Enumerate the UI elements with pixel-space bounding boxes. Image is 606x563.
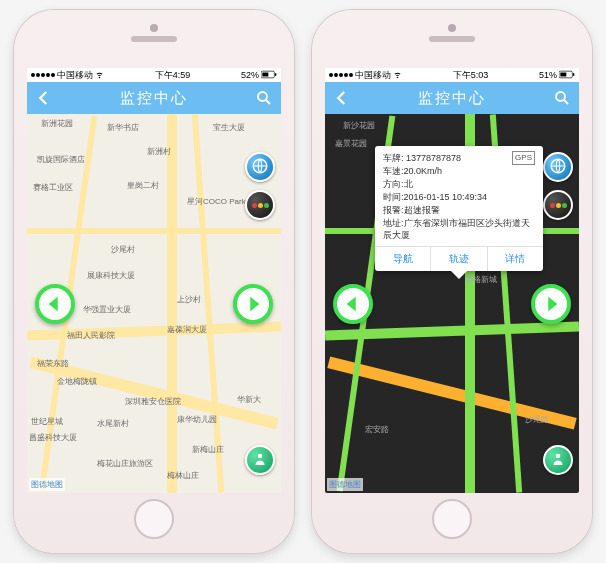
address-label: 地址: bbox=[383, 218, 404, 228]
poi-label: 嘉葆润大厦 bbox=[167, 324, 207, 335]
poi-label: 深圳雅安仓医院 bbox=[125, 396, 181, 407]
battery-percent-label: 51% bbox=[539, 70, 557, 80]
poi-label: 华新大 bbox=[237, 394, 261, 405]
gps-badge: GPS bbox=[512, 151, 535, 165]
svg-point-3 bbox=[258, 92, 267, 101]
speed-label: 车速: bbox=[383, 166, 404, 176]
phone-right-frame: 中国移动 下午5:03 51% 监控中心 新 bbox=[312, 10, 592, 553]
poi-label: 世纪星城 bbox=[31, 416, 63, 427]
traffic-light-button[interactable] bbox=[543, 190, 573, 220]
nav-action-button[interactable]: 导航 bbox=[375, 247, 430, 271]
status-bar: 中国移动 下午5:03 51% bbox=[325, 68, 579, 82]
next-vehicle-button[interactable] bbox=[233, 284, 273, 324]
status-bar: 中国移动 下午4:59 52% bbox=[27, 68, 281, 82]
globe-icon bbox=[251, 157, 269, 178]
nav-bar: 监控中心 bbox=[325, 82, 579, 114]
page-title: 监控中心 bbox=[418, 89, 486, 108]
svg-point-11 bbox=[556, 453, 561, 458]
poi-label: 福荣东路 bbox=[37, 358, 69, 369]
globe-icon bbox=[549, 157, 567, 178]
traffic-light-icon bbox=[550, 203, 567, 208]
poi-label: 皇岗二村 bbox=[127, 180, 159, 191]
svg-point-5 bbox=[258, 453, 263, 458]
traffic-light-button[interactable] bbox=[245, 190, 275, 220]
map-canvas[interactable]: 新沙花园 嘉景花园 赛格新城 宏安路 沙尾路 车牌: 13778787878 G… bbox=[325, 114, 579, 493]
poi-label: 沙尾村 bbox=[111, 244, 135, 255]
search-button[interactable] bbox=[253, 87, 275, 109]
clock-label: 下午4:59 bbox=[104, 69, 241, 82]
poi-label: 福田人民影院 bbox=[67, 330, 115, 341]
poi-label: 康华幼儿园 bbox=[177, 414, 217, 425]
clock-label: 下午5:03 bbox=[402, 69, 539, 82]
back-button[interactable] bbox=[331, 87, 353, 109]
map-type-button[interactable] bbox=[543, 152, 573, 182]
locate-me-button[interactable] bbox=[543, 445, 573, 475]
home-button[interactable] bbox=[134, 499, 174, 539]
poi-label: 赛格新城 bbox=[465, 274, 497, 285]
map-type-button[interactable] bbox=[245, 152, 275, 182]
poi-label: 梅花山庄旅游区 bbox=[97, 458, 153, 469]
map-attribution: 图德地图 bbox=[29, 478, 65, 491]
time-value: 2016-01-15 10:49:34 bbox=[404, 192, 488, 202]
poi-label: 嘉景花园 bbox=[335, 138, 367, 149]
speed-value: 20.0Km/h bbox=[404, 166, 443, 176]
poi-label: 新洲花园 bbox=[41, 118, 73, 129]
poi-label: 华强置业大厦 bbox=[83, 304, 131, 315]
wifi-icon bbox=[95, 70, 104, 81]
nav-bar: 监控中心 bbox=[27, 82, 281, 114]
back-button[interactable] bbox=[33, 87, 55, 109]
poi-label: 展康科技大厦 bbox=[87, 270, 135, 281]
person-location-icon bbox=[251, 450, 269, 471]
track-action-button[interactable]: 轨迹 bbox=[430, 247, 486, 271]
plate-value: 13778787878 bbox=[406, 153, 461, 163]
next-vehicle-button[interactable] bbox=[531, 284, 571, 324]
svg-rect-2 bbox=[275, 73, 276, 76]
prev-vehicle-button[interactable] bbox=[333, 284, 373, 324]
screen-left: 中国移动 下午4:59 52% 监控中心 新 bbox=[27, 68, 281, 493]
poi-label: 沙尾路 bbox=[525, 414, 549, 425]
svg-point-9 bbox=[556, 92, 565, 101]
svg-rect-1 bbox=[262, 72, 268, 76]
poi-label: 新沙花园 bbox=[343, 120, 375, 131]
poi-label: 上沙村 bbox=[177, 294, 201, 305]
alarm-label: 报警: bbox=[383, 205, 404, 215]
phone-left-frame: 中国移动 下午4:59 52% 监控中心 新 bbox=[14, 10, 294, 553]
svg-rect-7 bbox=[560, 72, 566, 76]
locate-me-button[interactable] bbox=[245, 445, 275, 475]
battery-icon bbox=[559, 70, 575, 81]
poi-label: 宏安路 bbox=[365, 424, 389, 435]
screen-right: 中国移动 下午5:03 51% 监控中心 新 bbox=[325, 68, 579, 493]
poi-label: 星河COCO Park bbox=[187, 196, 246, 207]
poi-label: 金地梅陇镇 bbox=[57, 376, 97, 387]
signal-dots-icon bbox=[31, 73, 55, 77]
poi-label: 新华书店 bbox=[107, 122, 139, 133]
poi-label: 梅林山庄 bbox=[167, 470, 199, 481]
poi-label: 新洲村 bbox=[147, 146, 171, 157]
carrier-label: 中国移动 bbox=[355, 69, 391, 82]
time-label: 时间: bbox=[383, 192, 404, 202]
direction-value: 北 bbox=[404, 179, 413, 189]
page-title: 监控中心 bbox=[120, 89, 188, 108]
map-attribution: 图德地图 bbox=[327, 478, 363, 491]
poi-label: 水尾新村 bbox=[97, 418, 129, 429]
direction-label: 方向: bbox=[383, 179, 404, 189]
poi-label: 凯旋国际酒店 bbox=[37, 154, 85, 165]
search-button[interactable] bbox=[551, 87, 573, 109]
poi-label: 赛格工业区 bbox=[33, 182, 73, 193]
person-location-icon bbox=[549, 450, 567, 471]
map-canvas[interactable]: 新洲花园 新华书店 宝生大厦 凯旋国际酒店 新洲村 赛格工业区 皇岗二村 星河C… bbox=[27, 114, 281, 493]
detail-action-button[interactable]: 详情 bbox=[487, 247, 543, 271]
vehicle-info-callout: 车牌: 13778787878 GPS 车速:20.0Km/h 方向:北 时间:… bbox=[375, 146, 543, 271]
prev-vehicle-button[interactable] bbox=[35, 284, 75, 324]
plate-label: 车牌: bbox=[383, 153, 404, 163]
alarm-value: 超速报警 bbox=[404, 205, 440, 215]
home-button[interactable] bbox=[432, 499, 472, 539]
carrier-label: 中国移动 bbox=[57, 69, 93, 82]
svg-rect-8 bbox=[573, 73, 574, 76]
signal-dots-icon bbox=[329, 73, 353, 77]
battery-icon bbox=[261, 70, 277, 81]
traffic-light-icon bbox=[252, 203, 269, 208]
poi-label: 新梅山庄 bbox=[192, 444, 224, 455]
address-value: 广东省深圳市福田区沙头街道天辰大厦 bbox=[383, 218, 530, 240]
poi-label: 昌盛科技大厦 bbox=[29, 432, 77, 443]
